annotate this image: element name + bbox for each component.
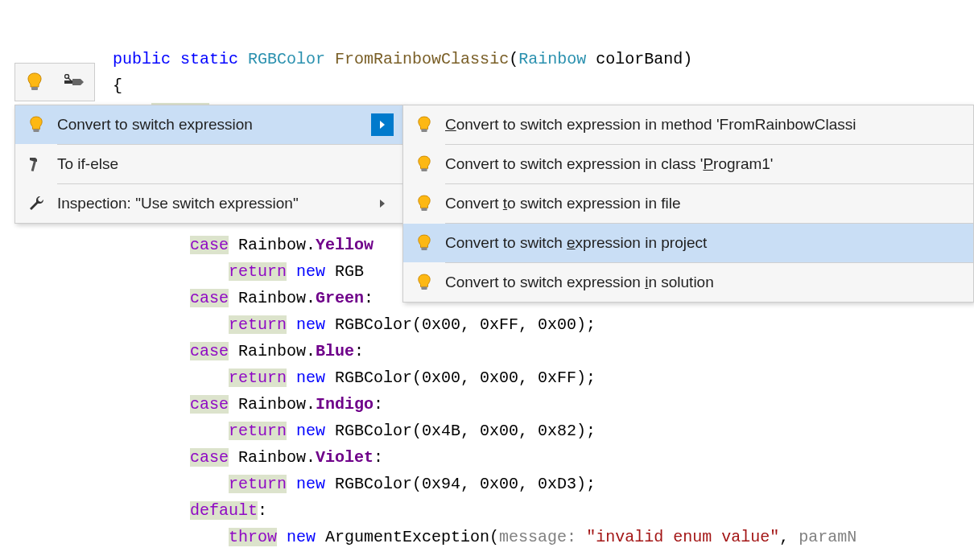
quick-actions-submenu: Convert to switch expression in method '… — [402, 105, 974, 303]
menu-label: To if-else — [49, 155, 394, 173]
keyword-return: return — [229, 315, 287, 334]
submenu-item-in-method[interactable]: Convert to switch expression in method '… — [403, 105, 973, 144]
named-param: paramN — [799, 528, 856, 546]
comma: , — [779, 528, 799, 546]
submenu-item-in-class[interactable]: Convert to switch expression in class 'P… — [403, 145, 973, 183]
submenu-item-in-project[interactable]: Convert to switch expression in project — [403, 224, 973, 262]
submenu-label: Convert to switch expression in method '… — [437, 116, 964, 134]
svg-rect-5 — [31, 161, 36, 171]
submenu-label: Convert to switch expression in file — [437, 195, 964, 212]
keyword-return: return — [229, 369, 287, 387]
type-rgbcolor: RGBColor — [248, 50, 325, 68]
hammer-icon — [23, 155, 49, 173]
enum-ref: Rainbow. — [229, 342, 316, 360]
svg-rect-4 — [33, 129, 39, 132]
paren: ) — [683, 50, 692, 68]
svg-rect-8 — [421, 208, 427, 211]
svg-point-2 — [64, 75, 68, 79]
bulb-icon — [23, 116, 49, 134]
submenu-label: Convert to switch expression in class 'P… — [437, 155, 964, 173]
keyword-new: new — [287, 262, 335, 281]
colon: : — [354, 342, 364, 360]
ctor-call: RGB — [335, 262, 364, 281]
enum-blue: Blue — [316, 342, 354, 360]
menu-item-inspection[interactable]: Inspection: "Use switch expression" — [15, 184, 403, 223]
enum-green: Green — [316, 289, 364, 307]
svg-rect-6 — [421, 129, 427, 132]
keyword-new: new — [287, 422, 335, 440]
submenu-arrow-icon — [371, 113, 394, 136]
menu-label: Convert to switch expression — [49, 116, 371, 134]
enum-ref: Rainbow. — [229, 236, 316, 254]
keyword-case: case — [190, 289, 229, 307]
bulb-icon — [411, 116, 437, 134]
svg-rect-7 — [421, 168, 427, 171]
enum-ref: Rainbow. — [229, 289, 316, 307]
bulb-icon — [411, 155, 437, 173]
wrench-icon — [23, 195, 49, 212]
exception-call: ArgumentException( — [325, 528, 499, 546]
colon: : — [374, 448, 383, 467]
param-type: Rainbow — [518, 50, 586, 68]
menu-item-convert-switch-expression[interactable]: Convert to switch expression — [15, 105, 403, 144]
quick-actions-indicator[interactable] — [14, 63, 95, 101]
brace: { — [113, 76, 122, 95]
quick-actions-menu: Convert to switch expression To if-else … — [14, 105, 404, 224]
keyword-case: case — [190, 448, 229, 467]
enum-ref: Rainbow. — [229, 448, 316, 467]
submenu-label: Convert to switch expression in project — [437, 234, 964, 252]
colon: : — [374, 395, 383, 414]
enum-violet: Violet — [316, 448, 374, 467]
keyword-static: static — [180, 50, 238, 68]
colon: : — [364, 289, 374, 307]
param-name: colorBand — [596, 50, 683, 68]
ctor-call: RGBColor(0x00, 0x00, 0xFF); — [335, 369, 596, 387]
keyword-return: return — [229, 475, 287, 493]
ctor-call: RGBColor(0x00, 0xFF, 0x00); — [335, 315, 596, 334]
menu-label: Inspection: "Use switch expression" — [49, 195, 371, 212]
keyword-default: default — [190, 501, 258, 520]
keyword-case: case — [190, 342, 229, 360]
enum-ref: Rainbow. — [229, 395, 316, 414]
submenu-item-in-solution[interactable]: Convert to switch expression in solution — [403, 263, 973, 302]
submenu-item-in-file[interactable]: Convert to switch expression in file — [403, 184, 973, 223]
menu-item-to-if-else[interactable]: To if-else — [15, 145, 403, 183]
bulb-icon — [27, 72, 43, 92]
keyword-new: new — [287, 369, 335, 387]
keyword-new: new — [287, 315, 335, 334]
bulb-icon — [411, 274, 437, 291]
keyword-case: case — [190, 395, 229, 414]
keyword-return: return — [229, 262, 287, 281]
submenu-arrow-icon — [371, 192, 394, 215]
svg-rect-0 — [31, 87, 38, 90]
keyword-public: public — [113, 50, 171, 68]
ctor-call: RGBColor(0x4B, 0x00, 0x82); — [335, 422, 596, 440]
keyword-case: case — [190, 236, 229, 254]
svg-rect-10 — [421, 286, 427, 290]
named-param: message: — [499, 528, 576, 546]
method-name: FromRainbowClassic — [335, 50, 509, 68]
bulb-icon — [411, 234, 437, 252]
svg-rect-9 — [421, 247, 427, 250]
bulb-icon — [411, 195, 437, 212]
paren: ( — [509, 50, 518, 68]
keyword-throw: throw — [229, 528, 277, 546]
screwdriver-icon — [64, 74, 84, 90]
keyword-new: new — [277, 528, 325, 546]
colon: : — [258, 501, 267, 520]
enum-indigo: Indigo — [316, 395, 374, 414]
keyword-new: new — [287, 475, 335, 493]
string-literal: "invalid enum value" — [576, 528, 779, 546]
submenu-label: Convert to switch expression in solution — [437, 274, 964, 291]
ctor-call: RGBColor(0x94, 0x00, 0xD3); — [335, 475, 596, 493]
keyword-return: return — [229, 422, 287, 440]
enum-yellow: Yellow — [316, 236, 374, 254]
